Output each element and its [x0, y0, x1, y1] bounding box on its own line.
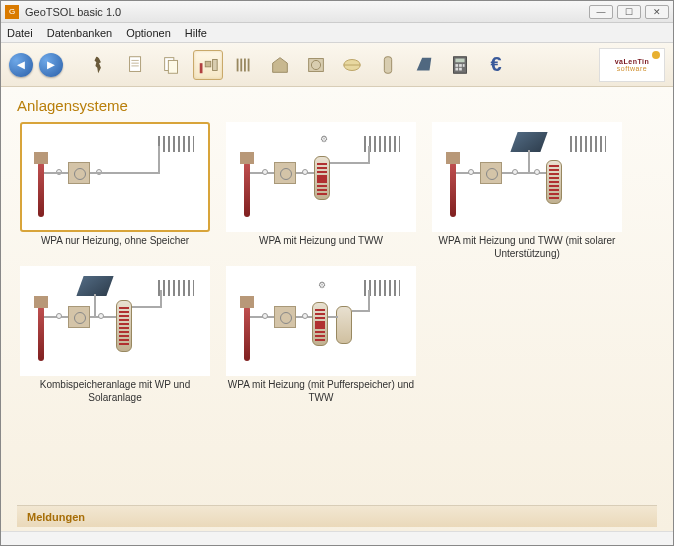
svg-rect-18 [459, 64, 462, 67]
toolbar-ground-button[interactable] [337, 50, 367, 80]
page-title: Anlagensysteme [17, 97, 657, 114]
system-icon [197, 54, 219, 76]
svg-rect-20 [455, 67, 458, 70]
menu-optionen[interactable]: Optionen [126, 27, 171, 39]
logo-text-1: vaLenTin [615, 58, 650, 65]
menu-datenbanken[interactable]: Datenbanken [47, 27, 112, 39]
window-controls: — ☐ ✕ [589, 5, 669, 19]
toolbar-building-button[interactable] [265, 50, 295, 80]
system-card-2[interactable]: ⚙ WPA mit Heizung und TWW [223, 122, 419, 260]
toolbar-tank-button[interactable] [373, 50, 403, 80]
system-card-4[interactable]: Kombispeicheranlage mit WP und Solaranla… [17, 266, 213, 404]
toolbar-heatpump-button[interactable] [301, 50, 331, 80]
system-caption-5: WPA mit Heizung (mit Pufferspeicher) und… [223, 379, 419, 404]
tank-icon [377, 54, 399, 76]
svg-rect-4 [205, 61, 211, 67]
logo-text-2: software [617, 65, 647, 72]
calculator-icon [449, 54, 471, 76]
solar-icon [413, 54, 435, 76]
menu-datei[interactable]: Datei [7, 27, 33, 39]
svg-rect-5 [213, 59, 218, 70]
toolbar: ◄ ► [1, 43, 673, 87]
window-title: GeoTSOL basic 1.0 [25, 6, 589, 18]
menubar: Datei Datenbanken Optionen Hilfe [1, 23, 673, 43]
toolbar-radiator-button[interactable] [229, 50, 259, 80]
system-caption-4: Kombispeicheranlage mit WP und Solaranla… [17, 379, 213, 404]
system-diagram-2: ⚙ [226, 122, 416, 232]
system-diagram-1 [20, 122, 210, 232]
system-diagram-4 [20, 266, 210, 376]
app-icon: G [5, 5, 19, 19]
report-icon [161, 54, 183, 76]
system-caption-1: WPA nur Heizung, ohne Speicher [41, 235, 189, 259]
system-diagram-3 [432, 122, 622, 232]
system-caption-3: WPA mit Heizung und TWW (mit solarer Unt… [429, 235, 625, 260]
toolbar-run-button[interactable] [85, 50, 115, 80]
titlebar: G GeoTSOL basic 1.0 — ☐ ✕ [1, 1, 673, 23]
svg-rect-16 [455, 58, 464, 62]
toolbar-document-button[interactable] [121, 50, 151, 80]
nav-back-button[interactable]: ◄ [9, 53, 33, 77]
radiator-icon [233, 54, 255, 76]
statusbar [1, 531, 673, 545]
ground-icon [341, 54, 363, 76]
euro-icon: € [490, 53, 501, 76]
toolbar-calculator-button[interactable] [445, 50, 475, 80]
toolbar-system-button[interactable] [193, 50, 223, 80]
svg-rect-0 [130, 56, 141, 71]
vendor-logo: vaLenTin software [599, 48, 665, 82]
svg-rect-14 [384, 56, 391, 73]
toolbar-report-button[interactable] [157, 50, 187, 80]
system-diagram-5: ⚙ [226, 266, 416, 376]
toolbar-euro-button[interactable]: € [481, 50, 511, 80]
svg-rect-17 [455, 64, 458, 67]
system-card-5[interactable]: ⚙ WPA mit Heizung (mit Pufferspeicher) u… [223, 266, 419, 404]
heatpump-icon [305, 54, 327, 76]
arrow-left-icon: ◄ [15, 57, 28, 72]
app-window: G GeoTSOL basic 1.0 — ☐ ✕ Datei Datenban… [0, 0, 674, 546]
menu-hilfe[interactable]: Hilfe [185, 27, 207, 39]
svg-rect-21 [459, 67, 462, 70]
svg-rect-19 [463, 64, 465, 67]
messages-bar[interactable]: Meldungen [17, 505, 657, 527]
systems-grid: WPA nur Heizung, ohne Speicher [17, 122, 657, 505]
close-button[interactable]: ✕ [645, 5, 669, 19]
toolbar-solar-button[interactable] [409, 50, 439, 80]
nav-forward-button[interactable]: ► [39, 53, 63, 77]
system-card-1[interactable]: WPA nur Heizung, ohne Speicher [17, 122, 213, 260]
building-icon [269, 54, 291, 76]
svg-rect-2 [168, 60, 177, 73]
messages-label: Meldungen [27, 511, 85, 523]
minimize-button[interactable]: — [589, 5, 613, 19]
document-icon [125, 54, 147, 76]
system-card-3[interactable]: WPA mit Heizung und TWW (mit solarer Unt… [429, 122, 625, 260]
arrow-right-icon: ► [45, 57, 58, 72]
maximize-button[interactable]: ☐ [617, 5, 641, 19]
run-icon [89, 54, 111, 76]
system-caption-2: WPA mit Heizung und TWW [259, 235, 383, 259]
svg-rect-3 [200, 63, 203, 73]
content-area: Anlagensysteme [1, 87, 673, 531]
